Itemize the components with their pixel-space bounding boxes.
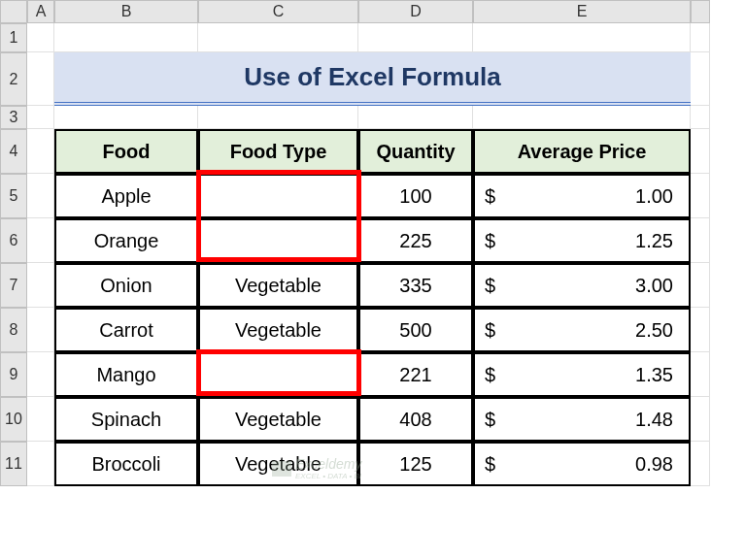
currency-symbol: $ bbox=[485, 409, 495, 431]
cell-food-4[interactable]: Mango bbox=[54, 352, 198, 397]
row-header-2[interactable]: 2 bbox=[0, 52, 27, 106]
row-header-4[interactable]: 4 bbox=[0, 129, 27, 174]
col-header-end bbox=[691, 0, 710, 23]
currency-symbol: $ bbox=[485, 275, 495, 297]
cell-end1 bbox=[691, 23, 710, 52]
cell-b3[interactable] bbox=[54, 106, 198, 129]
cell-a5[interactable] bbox=[27, 174, 54, 218]
cell-qty-1[interactable]: 225 bbox=[358, 218, 473, 263]
currency-symbol: $ bbox=[485, 319, 495, 342]
row-header-10[interactable]: 10 bbox=[0, 397, 27, 442]
cell-end11 bbox=[691, 442, 710, 486]
cell-a2[interactable] bbox=[27, 52, 54, 106]
th-food[interactable]: Food bbox=[54, 129, 198, 174]
currency-symbol: $ bbox=[485, 230, 495, 252]
price-value: 2.50 bbox=[635, 319, 673, 342]
watermark-icon bbox=[272, 461, 291, 477]
cell-price-2[interactable]: $3.00 bbox=[473, 263, 691, 308]
currency-symbol: $ bbox=[485, 364, 495, 386]
th-food-type[interactable]: Food Type bbox=[198, 129, 358, 174]
cell-type-2[interactable]: Vegetable bbox=[198, 263, 358, 308]
cell-d3[interactable] bbox=[358, 106, 473, 129]
th-avg-price[interactable]: Average Price bbox=[473, 129, 691, 174]
title-cell[interactable]: Use of Excel Formula bbox=[54, 52, 691, 106]
price-value: 0.98 bbox=[635, 453, 673, 476]
row-header-3[interactable]: 3 bbox=[0, 106, 27, 129]
cell-end8 bbox=[691, 308, 710, 352]
cell-price-4[interactable]: $1.35 bbox=[473, 352, 691, 397]
cell-c1[interactable] bbox=[198, 23, 358, 52]
cell-end3 bbox=[691, 106, 710, 129]
cell-end7 bbox=[691, 263, 710, 308]
cell-e1[interactable] bbox=[473, 23, 691, 52]
cell-price-0[interactable]: $1.00 bbox=[473, 174, 691, 218]
cell-a3[interactable] bbox=[27, 106, 54, 129]
cell-qty-0[interactable]: 100 bbox=[358, 174, 473, 218]
watermark: Exceldemy EXCEL • DATA • BI bbox=[272, 456, 361, 480]
col-header-a[interactable]: A bbox=[27, 0, 54, 23]
cell-food-3[interactable]: Carrot bbox=[54, 308, 198, 352]
price-value: 3.00 bbox=[635, 275, 673, 297]
cell-food-0[interactable]: Apple bbox=[54, 174, 198, 218]
cell-price-3[interactable]: $2.50 bbox=[473, 308, 691, 352]
watermark-brand: Exceldemy bbox=[295, 456, 361, 472]
cell-type-1[interactable] bbox=[198, 218, 358, 263]
cell-qty-2[interactable]: 335 bbox=[358, 263, 473, 308]
cell-a10[interactable] bbox=[27, 397, 54, 442]
cell-end10 bbox=[691, 397, 710, 442]
row-header-8[interactable]: 8 bbox=[0, 308, 27, 352]
cell-end5 bbox=[691, 174, 710, 218]
col-header-b[interactable]: B bbox=[54, 0, 198, 23]
th-quantity[interactable]: Quantity bbox=[358, 129, 473, 174]
cell-food-1[interactable]: Orange bbox=[54, 218, 198, 263]
price-value: 1.25 bbox=[635, 230, 673, 252]
price-value: 1.00 bbox=[635, 185, 673, 208]
cell-d1[interactable] bbox=[358, 23, 473, 52]
cell-end4 bbox=[691, 129, 710, 174]
cell-type-4[interactable] bbox=[198, 352, 358, 397]
cell-type-5[interactable]: Vegetable bbox=[198, 397, 358, 442]
row-header-7[interactable]: 7 bbox=[0, 263, 27, 308]
row-header-6[interactable]: 6 bbox=[0, 218, 27, 263]
cell-qty-6[interactable]: 125 bbox=[358, 442, 473, 486]
cell-end6 bbox=[691, 218, 710, 263]
watermark-tag: EXCEL • DATA • BI bbox=[295, 472, 361, 480]
row-header-9[interactable]: 9 bbox=[0, 352, 27, 397]
select-all-corner[interactable] bbox=[0, 0, 27, 23]
cell-price-6[interactable]: $0.98 bbox=[473, 442, 691, 486]
cell-a7[interactable] bbox=[27, 263, 54, 308]
cell-a9[interactable] bbox=[27, 352, 54, 397]
cell-qty-4[interactable]: 221 bbox=[358, 352, 473, 397]
col-header-d[interactable]: D bbox=[358, 0, 473, 23]
price-value: 1.48 bbox=[635, 409, 673, 431]
cell-a1[interactable] bbox=[27, 23, 54, 52]
cell-a8[interactable] bbox=[27, 308, 54, 352]
currency-symbol: $ bbox=[485, 453, 495, 476]
cell-qty-5[interactable]: 408 bbox=[358, 397, 473, 442]
cell-food-5[interactable]: Spinach bbox=[54, 397, 198, 442]
cell-price-1[interactable]: $1.25 bbox=[473, 218, 691, 263]
row-header-11[interactable]: 11 bbox=[0, 442, 27, 486]
cell-a4[interactable] bbox=[27, 129, 54, 174]
cell-end9 bbox=[691, 352, 710, 397]
cell-a6[interactable] bbox=[27, 218, 54, 263]
cell-a11[interactable] bbox=[27, 442, 54, 486]
cell-e3[interactable] bbox=[473, 106, 691, 129]
row-header-1[interactable]: 1 bbox=[0, 23, 27, 52]
row-header-5[interactable]: 5 bbox=[0, 174, 27, 218]
cell-c3[interactable] bbox=[198, 106, 358, 129]
cell-food-6[interactable]: Broccoli bbox=[54, 442, 198, 486]
cell-price-5[interactable]: $1.48 bbox=[473, 397, 691, 442]
cell-qty-3[interactable]: 500 bbox=[358, 308, 473, 352]
price-value: 1.35 bbox=[635, 364, 673, 386]
currency-symbol: $ bbox=[485, 185, 495, 208]
col-header-e[interactable]: E bbox=[473, 0, 691, 23]
cell-b1[interactable] bbox=[54, 23, 198, 52]
col-header-c[interactable]: C bbox=[198, 0, 358, 23]
cell-end2 bbox=[691, 52, 710, 106]
cell-food-2[interactable]: Onion bbox=[54, 263, 198, 308]
cell-type-0[interactable] bbox=[198, 174, 358, 218]
spreadsheet-grid: A B C D E 1 2 Use of Excel Formula 3 4 F… bbox=[0, 0, 745, 486]
cell-type-3[interactable]: Vegetable bbox=[198, 308, 358, 352]
